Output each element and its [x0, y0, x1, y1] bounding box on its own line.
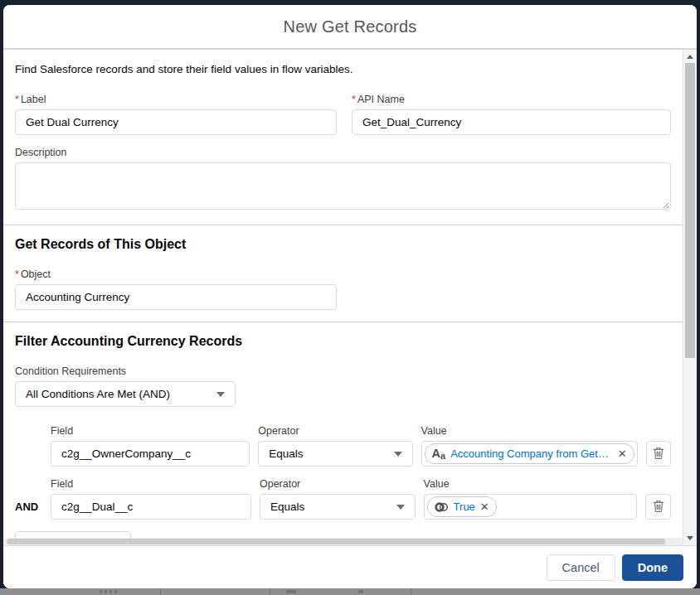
section-divider: [3, 322, 683, 322]
label-api-row: *Label *API Name: [15, 94, 671, 135]
condition-prefix: [15, 441, 42, 467]
value-pill[interactable]: Aa Accounting Company from Get_… ✕: [425, 443, 634, 464]
operator-value: Equals: [269, 447, 303, 460]
api-name-input[interactable]: [352, 109, 671, 135]
condition-prefix: AND: [15, 494, 42, 520]
condition-value-input[interactable]: True ✕: [424, 494, 638, 520]
text-type-icon: Aa: [432, 447, 446, 461]
api-name-field-label: *API Name: [352, 94, 671, 105]
scroll-up-button[interactable]: [683, 50, 697, 64]
description-field-group: Description: [15, 147, 671, 213]
arrow-down-icon: [687, 536, 693, 540]
modal-scroll-area: Find Salesforce records and store their …: [3, 50, 683, 538]
condition-value-group: Value True ✕: [424, 478, 638, 520]
condition-row: AND Field Operator Equals Value: [15, 478, 671, 520]
delete-condition-button[interactable]: [646, 441, 671, 467]
field-column-label: Field: [51, 425, 250, 437]
value-column-label: Value: [421, 425, 638, 437]
required-asterisk: *: [15, 94, 19, 105]
chevron-down-icon: [216, 392, 225, 397]
section-divider: [3, 225, 683, 225]
modal-header: New Get Records: [3, 5, 697, 50]
condition-operator-group: Operator Equals: [258, 425, 412, 467]
condition-requirements-select[interactable]: All Conditions Are Met (AND): [15, 381, 236, 407]
add-condition-button[interactable]: + Add Condition: [15, 531, 131, 538]
boolean-type-icon: [435, 501, 449, 513]
value-pill-label: True: [454, 501, 475, 513]
vertical-scrollbar[interactable]: [683, 50, 697, 545]
label-input[interactable]: [15, 109, 337, 135]
horizontal-scrollbar-thumb[interactable]: [7, 539, 665, 544]
operator-column-label: Operator: [258, 425, 412, 437]
arrow-up-icon: [687, 55, 693, 59]
vertical-scrollbar-thumb[interactable]: [685, 63, 695, 358]
condition-requirements-value: All Conditions Are Met (AND): [26, 388, 170, 400]
value-pill[interactable]: True ✕: [427, 496, 497, 517]
new-get-records-modal: New Get Records Find Salesforce records …: [3, 5, 697, 588]
condition-field-group: Field: [51, 425, 250, 467]
condition-value-group: Value Aa Accounting Company from Get_… ✕: [421, 425, 638, 467]
field-column-label: Field: [51, 478, 251, 490]
done-button[interactable]: Done: [622, 554, 683, 581]
description-textarea[interactable]: [15, 162, 671, 210]
condition-requirements-group: Condition Requirements All Conditions Ar…: [15, 365, 671, 407]
horizontal-scrollbar[interactable]: [3, 538, 683, 545]
background-app-sliver: [0, 588, 700, 595]
condition-operator-group: Operator Equals: [260, 478, 416, 520]
operator-value: Equals: [270, 501, 304, 513]
label-field-group: *Label: [15, 94, 337, 135]
condition-field-group: Field: [51, 478, 251, 520]
condition-value-input[interactable]: Aa Accounting Company from Get_… ✕: [421, 441, 638, 467]
chevron-down-icon: [396, 505, 405, 510]
object-section-heading: Get Records of This Object: [15, 237, 671, 252]
delete-condition-button[interactable]: [645, 494, 671, 520]
object-input[interactable]: [15, 284, 337, 310]
remove-value-icon[interactable]: ✕: [618, 448, 627, 459]
scroll-down-button[interactable]: [683, 531, 697, 545]
remove-value-icon[interactable]: ✕: [480, 501, 489, 512]
condition-requirements-label: Condition Requirements: [15, 365, 671, 377]
condition-field-input[interactable]: [51, 494, 251, 520]
object-field-group: *Object: [15, 268, 337, 310]
operator-column-label: Operator: [260, 478, 416, 490]
filter-section-heading: Filter Accounting Currency Records: [15, 334, 671, 349]
condition-row: Field Operator Equals Value: [15, 425, 671, 467]
trash-icon: [653, 500, 664, 515]
modal-footer: Cancel Done: [3, 545, 697, 588]
required-asterisk: *: [15, 268, 19, 280]
condition-operator-select[interactable]: Equals: [260, 494, 416, 520]
required-asterisk: *: [352, 94, 356, 105]
condition-operator-select[interactable]: Equals: [258, 441, 412, 467]
object-field-label: *Object: [15, 268, 337, 280]
modal-title: New Get Records: [284, 17, 417, 36]
label-field-label: *Label: [15, 94, 337, 105]
modal-body: Find Salesforce records and store their …: [3, 50, 697, 545]
modal-content-column: Find Salesforce records and store their …: [3, 50, 683, 545]
trash-icon: [653, 447, 664, 462]
condition-field-input[interactable]: [51, 441, 250, 467]
chevron-down-icon: [394, 452, 402, 457]
value-column-label: Value: [424, 478, 638, 490]
intro-text: Find Salesforce records and store their …: [15, 63, 671, 75]
cancel-button[interactable]: Cancel: [547, 554, 615, 581]
description-field-label: Description: [15, 147, 671, 158]
value-pill-label: Accounting Company from Get_…: [450, 447, 612, 460]
api-name-field-group: *API Name: [352, 94, 671, 135]
